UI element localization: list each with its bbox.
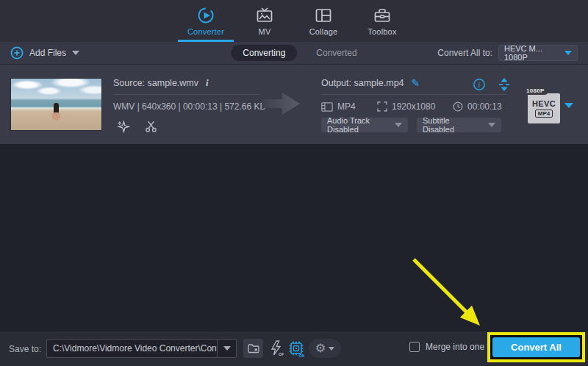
source-tools: [115, 118, 159, 134]
output-format: MP4: [321, 101, 356, 112]
convert-all-button[interactable]: Convert All: [492, 337, 580, 357]
profile-file-icon: HEVC MP4: [528, 93, 560, 123]
cut-scissors-icon[interactable]: [143, 118, 159, 134]
output-format-select[interactable]: HEVC M... 1080P: [498, 45, 578, 61]
chevron-down-icon: [564, 51, 572, 55]
tab-converting[interactable]: Converting: [231, 45, 297, 61]
chevron-down-icon[interactable]: [72, 51, 79, 55]
tab-label: MV: [259, 27, 271, 36]
tab-converter[interactable]: Converter: [176, 0, 235, 42]
tab-toolbox[interactable]: Toolbox: [353, 0, 412, 42]
source-meta: WMV | 640x360 | 00:00:13 | 572.66 KB: [113, 101, 265, 112]
chevron-down-icon: [488, 123, 495, 127]
film-icon: [321, 102, 333, 112]
tab-converted[interactable]: Converted: [316, 48, 356, 58]
app-window: Converter MV Collage Toolbox Add Files: [0, 0, 588, 366]
video-thumbnail: [10, 78, 102, 131]
tab-label: Toolbox: [368, 27, 396, 36]
rename-pencil-icon[interactable]: ✎: [412, 77, 420, 89]
lightning-icon: OFF: [269, 340, 284, 356]
convert-direction-arrow: [262, 91, 300, 116]
add-files-label: Add Files: [29, 48, 66, 58]
high-speed-toggle[interactable]: OFF: [267, 339, 286, 358]
convert-all-to-label: Convert All to:: [437, 48, 492, 58]
source-divider: [113, 94, 260, 95]
chevron-down-icon: [223, 346, 231, 351]
file-list-item[interactable]: Source: sample.wmv i WMV | 640x360 | 00:…: [0, 65, 588, 144]
bottom-bar: Save to: C:\Vidmore\Vidmore Video Conver…: [0, 331, 588, 366]
converter-icon: [196, 7, 215, 24]
convert-all-to: Convert All to: HEVC M... 1080P: [437, 45, 578, 61]
settings-button[interactable]: ⚙: [309, 339, 341, 358]
add-files-button[interactable]: Add Files: [10, 46, 79, 60]
source-title: Source: sample.wmv i: [113, 77, 209, 89]
profile-codec: HEVC: [532, 99, 556, 108]
save-path-field[interactable]: C:\Vidmore\Vidmore Video Converter\Conve…: [46, 339, 237, 358]
output-format-value: HEVC M... 1080P: [504, 44, 564, 62]
clock-icon: [453, 101, 463, 112]
output-actions: i: [471, 76, 512, 93]
profile-container: MP4: [535, 110, 553, 118]
tab-mv[interactable]: MV: [235, 0, 294, 42]
output-profile-badge[interactable]: HEVC MP4 1080P: [526, 90, 562, 123]
open-folder-button[interactable]: [243, 339, 263, 358]
annotation-highlight-box: Convert All: [487, 332, 585, 362]
gear-icon: ⚙: [315, 342, 326, 354]
svg-text:i: i: [478, 81, 481, 89]
save-path-dropdown[interactable]: [217, 340, 236, 357]
save-path-value: C:\Vidmore\Vidmore Video Converter\Conve…: [47, 343, 217, 354]
top-nav: Converter MV Collage Toolbox: [0, 0, 588, 42]
save-to-label: Save to:: [9, 344, 41, 354]
toolbox-briefcase-icon: [373, 7, 392, 24]
gpu-acceleration-toggle[interactable]: ON: [287, 339, 305, 358]
subtitle-dropdown[interactable]: Subtitle Disabled: [417, 118, 501, 132]
output-resolution: 1920x1080: [377, 101, 435, 112]
chevron-down-icon: [329, 347, 334, 351]
mv-tv-icon: [255, 7, 274, 24]
fit-resize-icon[interactable]: [496, 76, 512, 93]
profile-resolution-tag: 1080P: [523, 87, 548, 95]
tab-collage[interactable]: Collage: [294, 0, 353, 42]
chip-icon: ON: [288, 340, 304, 357]
profile-dropdown-caret[interactable]: [564, 103, 573, 108]
svg-text:ON: ON: [299, 354, 305, 357]
output-duration: 00:00:13: [453, 101, 502, 112]
source-filename: Source: sample.wmv: [113, 78, 198, 88]
merge-into-one-file[interactable]: Merge into one file: [409, 342, 498, 352]
folder-icon: [248, 343, 259, 354]
svg-text:OFF: OFF: [279, 352, 284, 356]
merge-checkbox[interactable]: [409, 342, 420, 352]
collage-grid-icon: [314, 7, 333, 24]
edit-effects-icon[interactable]: [115, 118, 131, 134]
plus-circle-icon: [10, 46, 24, 60]
tab-label: Converter: [187, 27, 224, 36]
queue-tabs: Converting Converted: [231, 45, 356, 61]
tab-label: Collage: [309, 27, 338, 36]
file-list-empty-area: [0, 144, 588, 331]
chevron-down-icon: [395, 123, 402, 127]
output-title: Output: sample.mp4 ✎: [321, 77, 420, 89]
toolbar: Add Files Converting Converted Convert A…: [0, 42, 588, 65]
output-divider: [321, 94, 507, 95]
output-info-icon[interactable]: i: [471, 76, 487, 93]
output-filename: Output: sample.mp4: [321, 78, 404, 88]
audio-track-dropdown[interactable]: Audio Track Disabled: [321, 118, 408, 132]
resolution-expand-icon: [377, 101, 387, 112]
source-info-icon[interactable]: i: [206, 77, 209, 89]
